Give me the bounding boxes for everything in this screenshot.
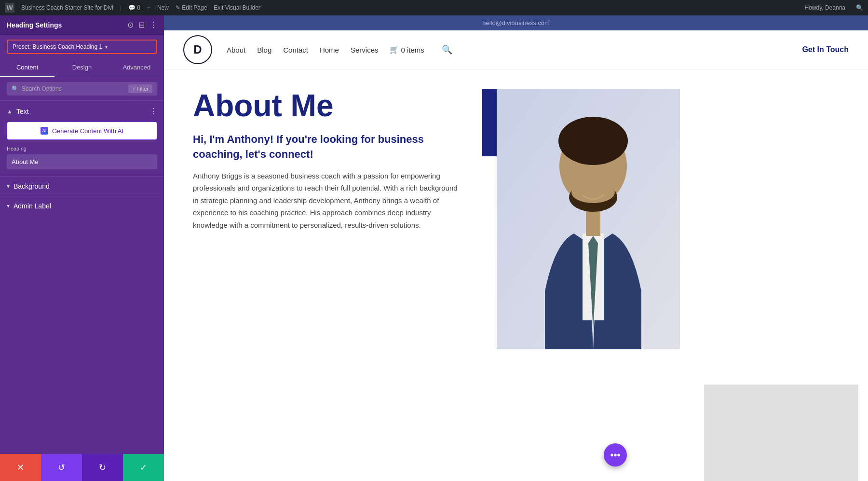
tab-design[interactable]: Design: [54, 59, 109, 77]
nav-contact[interactable]: Contact: [283, 46, 308, 54]
search-bar: 🔍 + Filter: [7, 82, 157, 96]
body-text: Anthony Briggs is a seasoned business co…: [193, 170, 463, 232]
admin-label-section-header[interactable]: ▾ Admin Label: [0, 196, 164, 216]
svg-point-7: [571, 182, 615, 203]
sidebar: Heading Settings ⊙ ⊟ ⋮ Preset: Business …: [0, 15, 164, 481]
nav-services[interactable]: Services: [351, 46, 379, 54]
background-section-title: Background: [14, 182, 50, 190]
sidebar-title: Heading Settings: [7, 21, 62, 29]
tab-bar: Content Design Advanced: [0, 59, 164, 77]
settings-icon[interactable]: ⊙: [127, 20, 134, 29]
text-section-header-left: ▲ Text: [7, 108, 29, 115]
generate-btn-label: Generate Content With AI: [52, 127, 123, 135]
wp-logo-icon[interactable]: W: [5, 3, 14, 13]
chevron-down-icon: ▾: [105, 44, 108, 50]
ai-icon: AI: [41, 127, 48, 135]
bottom-action-bar: ✕ ↺ ↻ ✓: [0, 454, 164, 481]
email-bar: hello@divibusiness.com: [164, 15, 868, 30]
content-right: [482, 89, 839, 462]
undo-button[interactable]: ↺: [41, 454, 82, 481]
cart-count: 0 items: [401, 46, 424, 54]
new-link[interactable]: New: [157, 4, 169, 11]
content-area: hello@divibusiness.com D About Blog Cont…: [164, 15, 868, 481]
tab-content[interactable]: Content: [0, 59, 54, 77]
bg-section-header-left: ▾ Background: [7, 182, 50, 190]
heading-field-label: Heading: [7, 146, 157, 151]
cart-icon: 🛒: [390, 45, 399, 54]
content-left: About Me Hi, I'm Anthony! If you're look…: [193, 89, 463, 462]
email-link[interactable]: hello@divibusiness.com: [482, 19, 550, 27]
main-layout: Heading Settings ⊙ ⊟ ⋮ Preset: Business …: [0, 15, 868, 481]
search-input[interactable]: [22, 85, 125, 92]
chevron-down-icon: ▾: [7, 203, 10, 209]
text-section-more-icon[interactable]: ⋮: [149, 107, 157, 116]
columns-icon[interactable]: ⊟: [138, 20, 145, 29]
filter-button[interactable]: + Filter: [128, 84, 152, 93]
sidebar-header-icons: ⊙ ⊟ ⋮: [127, 20, 157, 29]
nav-search-icon[interactable]: 🔍: [442, 44, 452, 55]
gray-block: [704, 385, 858, 481]
cancel-button[interactable]: ✕: [0, 454, 41, 481]
site-name[interactable]: Business Coach Starter Site for Divi: [21, 4, 113, 11]
heading-input[interactable]: [7, 154, 157, 169]
person-image: [497, 89, 680, 349]
text-section-content: AI Generate Content With AI Heading: [0, 122, 164, 176]
sub-heading: Hi, I'm Anthony! If you're looking for b…: [193, 132, 463, 162]
nav-blog[interactable]: Blog: [257, 46, 271, 54]
person-silhouette: [497, 89, 680, 349]
wp-admin-bar: W Business Coach Starter Site for Divi |…: [0, 0, 868, 15]
page-heading: About Me: [193, 89, 463, 123]
generate-ai-button[interactable]: AI Generate Content With AI: [7, 122, 157, 140]
nav-home[interactable]: Home: [320, 46, 339, 54]
redo-button[interactable]: ↻: [82, 454, 123, 481]
chevron-down-icon: ▾: [7, 183, 10, 190]
nav-cart[interactable]: 🛒 0 items: [390, 45, 424, 54]
search-icon: 🔍: [12, 85, 19, 92]
background-section-header[interactable]: ▾ Background: [0, 177, 164, 196]
site-logo[interactable]: D: [183, 35, 212, 64]
search-icon[interactable]: 🔍: [856, 4, 863, 11]
nav-links: About Blog Contact Home Services 🛒 0 ite…: [227, 44, 452, 55]
preset-selector[interactable]: Preset: Business Coach Heading 1 ▾: [7, 40, 157, 54]
page-content: About Me Hi, I'm Anthony! If you're look…: [164, 69, 868, 481]
nav-cta[interactable]: Get In Touch: [802, 45, 849, 54]
background-section: ▾ Background: [0, 176, 164, 196]
edit-page-link[interactable]: ✎ Edit Page: [176, 4, 207, 11]
site-nav: D About Blog Contact Home Services 🛒 0 i…: [164, 30, 868, 69]
save-button[interactable]: ✓: [123, 454, 164, 481]
sidebar-header: Heading Settings ⊙ ⊟ ⋮: [0, 15, 164, 35]
preset-label: Preset: Business Coach Heading 1: [13, 43, 102, 50]
chevron-up-icon: ▲: [7, 108, 13, 115]
howdy-text: Howdy, Deanna: [805, 4, 846, 11]
more-options-icon[interactable]: ⋮: [149, 20, 157, 29]
admin-label-section: ▾ Admin Label: [0, 196, 164, 216]
text-section: ▲ Text ⋮ AI Generate Content With AI Hea…: [0, 100, 164, 176]
exit-builder-link[interactable]: Exit Visual Builder: [214, 4, 260, 11]
text-section-header[interactable]: ▲ Text ⋮: [0, 101, 164, 122]
admin-label-section-title: Admin Label: [14, 202, 51, 210]
comments-icon[interactable]: 💬 0: [128, 4, 140, 11]
nav-about[interactable]: About: [227, 46, 245, 54]
floating-action-button[interactable]: •••: [604, 443, 627, 467]
text-section-title: Text: [16, 108, 29, 115]
admin-section-header-left: ▾ Admin Label: [7, 202, 51, 210]
tab-advanced[interactable]: Advanced: [109, 59, 164, 77]
svg-point-2: [558, 117, 628, 165]
